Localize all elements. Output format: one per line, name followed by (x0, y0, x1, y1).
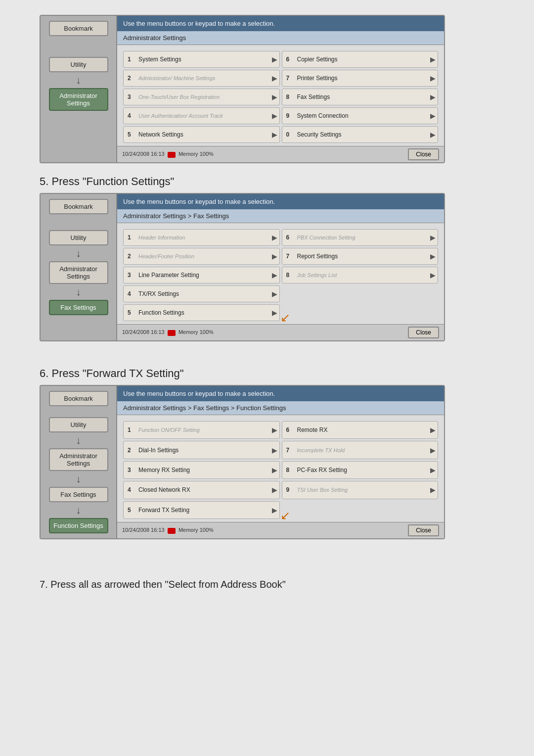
instruction-2: Use the menu buttons or keypad to make a… (117, 194, 444, 209)
menu-item-1-6[interactable]: 6 Copier Settings ▶ (282, 51, 439, 68)
item-arrow: ▶ (430, 55, 436, 63)
menu-item-3-1[interactable]: 1 Function ON/OFF Setting ▶ (123, 421, 280, 439)
main-content-2: Use the menu buttons or keypad to make a… (117, 194, 444, 340)
instruction-3: Use the menu buttons or keypad to make a… (117, 386, 444, 401)
sidebar-2: Bookmark Utility ↓ Administrator Setting… (41, 194, 117, 340)
main-content-1: Use the menu buttons or keypad to make a… (117, 16, 444, 162)
menu-item-2-1[interactable]: 1 Header Information ▶ (123, 229, 280, 246)
menu-item-1-8[interactable]: 8 Fax Settings ▶ (282, 89, 439, 105)
sidebar-arrow-1: ↓ (76, 75, 81, 85)
menu-item-3-2[interactable]: 2 Dial-In Settings ▶ (123, 441, 280, 459)
menu-item-3-7[interactable]: 7 Incomplete TX Hold ▶ (282, 441, 439, 459)
sidebar-btn-utility[interactable]: Utility (49, 57, 108, 72)
sidebar-btn-admin[interactable]: Administrator Settings (49, 88, 108, 111)
menu-item-1-2[interactable]: 2 Administrator/ Machine Settings ▶ (123, 70, 280, 87)
item-arrow: ▶ (272, 93, 277, 101)
sidebar-btn-fax-3[interactable]: Fax Settings (49, 487, 108, 502)
item-label: Fax Settings (297, 94, 330, 100)
sidebar-btn-utility-3[interactable]: Utility (49, 417, 108, 432)
sidebar-btn-utility-2[interactable]: Utility (49, 230, 108, 245)
menu-item-3-8[interactable]: 8 PC-Fax RX Setting ▶ (282, 461, 439, 479)
item-num: 3 (128, 94, 134, 100)
status-timestamp-3: 10/24/2008 16:13 Memory 100% (122, 527, 214, 533)
menu-item-2-4[interactable]: 4 TX/RX Settings ▶ (123, 285, 280, 302)
sidebar-arrow-3a: ↓ (76, 435, 81, 445)
status-timestamp-1: 10/24/2008 16:13 Memory 100% (122, 151, 214, 157)
step-6-label: 6. Press "Forward TX Setting" (40, 367, 494, 380)
item-arrow: ▶ (272, 112, 277, 120)
menu-item-1-4[interactable]: 4 User Authentication/ Account Track ▶ (123, 107, 280, 124)
status-bar-1: 10/24/2008 16:13 Memory 100% Close (117, 146, 444, 162)
item-arrow: ▶ (272, 74, 277, 82)
item-label: Administrator/ Machine Settings (138, 75, 215, 81)
sidebar-btn-bookmark-3[interactable]: Bookmark (49, 391, 108, 406)
item-num: 4 (128, 112, 134, 119)
menu-grid-2: 1 Header Information ▶ 6 PBX Connection … (117, 226, 444, 324)
item-label: User Authentication/ Account Track (138, 113, 223, 119)
panel2-container: Bookmark Utility ↓ Administrator Setting… (40, 193, 494, 341)
menu-item-3-9[interactable]: 9 TSI User Box Setting ▶ (282, 481, 439, 499)
item-num: 0 (286, 131, 293, 138)
menu-item-2-7[interactable]: 7 Report Settings ▶ (282, 248, 439, 265)
close-button-1[interactable]: Close (408, 148, 439, 160)
menu-item-1-0[interactable]: 0 Security Settings ▶ (282, 126, 439, 143)
arrow-pointer-2: ↙ (280, 311, 290, 325)
sidebar-btn-bookmark-2[interactable]: Bookmark (49, 199, 108, 214)
item-label: Copier Settings (297, 56, 338, 63)
sidebar-btn-admin-2[interactable]: Administrator Settings (49, 261, 108, 284)
menu-item-1-9[interactable]: 9 System Connection ▶ (282, 107, 439, 124)
sidebar-1: Bookmark Utility ↓ Administrator Setting… (41, 16, 117, 162)
sidebar-arrow-3c: ↓ (76, 505, 81, 515)
status-bar-2: 10/24/2008 16:13 Memory 100% Close (117, 324, 444, 340)
sidebar-btn-fax-2[interactable]: Fax Settings (49, 300, 108, 315)
menu-item-2-5[interactable]: 5 Function Settings ▶ ↙ (123, 304, 280, 321)
status-bar-3: 10/24/2008 16:13 Memory 100% Close (117, 522, 444, 538)
item-label: System Connection (297, 112, 349, 119)
menu-item-1-3[interactable]: 3 One-Touch/User Box Registration ▶ (123, 89, 280, 105)
item-arrow: ▶ (272, 55, 277, 63)
panel1-container: Bookmark Utility ↓ Administrator Setting… (40, 15, 494, 163)
item-label: System Settings (138, 56, 181, 63)
main-content-3: Use the menu buttons or keypad to make a… (117, 386, 444, 538)
close-button-3[interactable]: Close (408, 524, 439, 536)
item-arrow: ▶ (430, 74, 436, 82)
item-num: 6 (286, 56, 293, 63)
item-num: 9 (286, 112, 293, 119)
close-button-2[interactable]: Close (408, 327, 439, 338)
sidebar-btn-admin-3[interactable]: Administrator Settings (49, 448, 108, 471)
menu-grid-1: 1 System Settings ▶ 6 Copier Settings ▶ … (117, 48, 444, 146)
menu-item-1-5[interactable]: 5 Network Settings ▶ (123, 126, 280, 143)
item-num: 8 (286, 94, 293, 100)
item-num: 5 (128, 131, 134, 138)
item-num: 2 (128, 75, 134, 82)
item-label: Security Settings (297, 131, 342, 138)
menu-item-3-5[interactable]: 5 Forward TX Setting ▶ ↙ (123, 501, 280, 519)
step-5-label: 5. Press "Function Settings" (40, 175, 494, 188)
status-timestamp-2: 10/24/2008 16:13 Memory 100% (122, 329, 214, 335)
item-arrow: ▶ (430, 112, 436, 120)
sidebar-3: Bookmark Utility ↓ Administrator Setting… (41, 386, 117, 538)
sidebar-arrow-2b: ↓ (76, 287, 81, 297)
menu-item-3-4[interactable]: 4 Closed Network RX ▶ (123, 481, 280, 499)
menu-item-2-2[interactable]: 2 Header/Footer Position ▶ (123, 248, 280, 265)
menu-item-2-3[interactable]: 3 Line Parameter Setting ▶ (123, 267, 280, 284)
menu-item-2-8[interactable]: 8 Job Settings List ▶ (282, 267, 439, 284)
sidebar-btn-function-3[interactable]: Function Settings (49, 518, 108, 533)
breadcrumb-1: Administrator Settings (117, 31, 444, 45)
menu-item-1-1[interactable]: 1 System Settings ▶ (123, 51, 280, 68)
arrow-pointer-3: ↙ (280, 509, 290, 522)
sidebar-btn-bookmark[interactable]: Bookmark (49, 21, 108, 36)
machine-panel-1: Bookmark Utility ↓ Administrator Setting… (40, 15, 445, 163)
menu-item-1-7[interactable]: 7 Printer Settings ▶ (282, 70, 439, 87)
instruction-1: Use the menu buttons or keypad to make a… (117, 16, 444, 31)
item-arrow: ▶ (430, 93, 436, 101)
item-arrow: ▶ (272, 131, 277, 139)
sidebar-arrow-3b: ↓ (76, 474, 81, 484)
menu-item-2-6[interactable]: 6 PBX Connection Setting ▶ (282, 229, 439, 246)
menu-item-3-3[interactable]: 3 Memory RX Setting ▶ (123, 461, 280, 479)
item-label: Network Settings (138, 131, 183, 138)
item-arrow: ▶ (430, 131, 436, 139)
menu-item-3-6[interactable]: 6 Remote RX ▶ (282, 421, 439, 439)
machine-panel-2: Bookmark Utility ↓ Administrator Setting… (40, 193, 445, 341)
breadcrumb-2: Administrator Settings > Fax Settings (117, 209, 444, 223)
